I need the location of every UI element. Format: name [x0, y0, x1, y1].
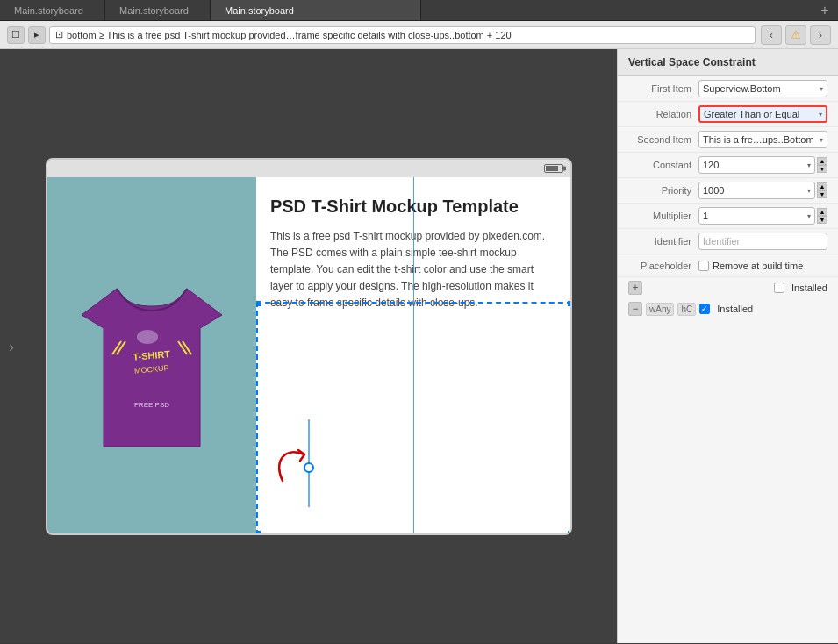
- placeholder-row-label: Placeholder: [628, 261, 698, 271]
- placeholder-checkbox[interactable]: [698, 261, 709, 271]
- first-item-chevron: ▾: [820, 85, 823, 93]
- priority-select[interactable]: 1000 ▾: [698, 182, 815, 199]
- tab-2[interactable]: Main.storyboard: [105, 0, 211, 20]
- multiplier-increment[interactable]: ▲: [817, 208, 827, 216]
- identifier-input[interactable]: Identifier: [698, 233, 827, 250]
- multiplier-label: Multiplier: [628, 211, 698, 221]
- warn-icon: ⚠: [791, 28, 801, 41]
- priority-increment[interactable]: ▲: [817, 182, 827, 190]
- second-item-row: Second Item This is a fre…ups..Bottom ▾: [618, 127, 838, 153]
- multiplier-stepper[interactable]: ▲ ▼: [817, 208, 827, 224]
- device-frame: T-SHIRT MOCKUP FREE PSD: [46, 158, 572, 535]
- placeholder-remove-label: Remove at build time: [713, 261, 803, 271]
- identifier-row: Identifier Identifier: [618, 229, 838, 254]
- relation-row: Relation Greater Than or Equal ▾: [618, 102, 838, 127]
- constant-row: Constant 120 ▾ ▲ ▼: [618, 153, 838, 178]
- remove-installed-button[interactable]: −: [628, 302, 642, 316]
- second-item-label: Second Item: [628, 134, 698, 145]
- tab-1-label: Main.storyboard: [14, 5, 83, 16]
- left-arrow-icon: ‹: [770, 28, 773, 41]
- constraint-line-vertical: [413, 177, 414, 533]
- h-c-badge: hC: [677, 303, 696, 316]
- forward-icon: ▸: [34, 29, 39, 40]
- resize-handle-bl: [256, 531, 261, 533]
- relation-select[interactable]: Greater Than or Equal ▾: [698, 105, 827, 123]
- tab-1[interactable]: Main.storyboard: [0, 0, 105, 20]
- installed-wany-row: − wAny hC Installed: [618, 298, 838, 319]
- svg-point-7: [137, 330, 158, 344]
- canvas-area: ›: [0, 49, 617, 643]
- multiplier-select[interactable]: 1 ▾: [698, 207, 815, 225]
- tab-2-label: Main.storyboard: [119, 5, 189, 16]
- priority-label: Priority: [628, 185, 698, 196]
- right-panel: Vertical Space Constraint First Item Sup…: [617, 49, 838, 643]
- first-item-row: First Item Superview.Bottom ▾: [618, 76, 838, 102]
- constant-label: Constant: [628, 160, 698, 170]
- multiplier-value: 1: [703, 211, 708, 221]
- identifier-placeholder: Identifier: [703, 236, 740, 247]
- relation-value: Greater Than or Equal: [704, 109, 799, 119]
- relation-chevron: ▾: [819, 111, 822, 118]
- installed-checkbox-2[interactable]: [699, 304, 710, 314]
- add-installed-button[interactable]: +: [628, 281, 642, 295]
- second-item-chevron: ▾: [820, 136, 823, 144]
- back-button[interactable]: ☐: [7, 26, 25, 44]
- installed-plus-row: + Installed: [618, 277, 838, 298]
- panel-header: Vertical Space Constraint: [618, 49, 838, 76]
- tab-3[interactable]: Main.storyboard: [211, 0, 421, 20]
- battery-fill: [546, 166, 558, 171]
- constant-decrement[interactable]: ▼: [817, 165, 827, 173]
- nav-next-arrow[interactable]: ›: [9, 337, 14, 355]
- installed-label-1: Installed: [791, 283, 827, 293]
- resize-handle-tl: [256, 301, 261, 306]
- breadcrumb-icon: ⊡: [55, 29, 63, 40]
- forward-button[interactable]: ▸: [28, 26, 46, 44]
- arrow-right-button[interactable]: ›: [810, 25, 831, 45]
- w-any-badge: wAny: [646, 303, 674, 316]
- resize-handle-br: [568, 531, 570, 533]
- first-item-select[interactable]: Superview.Bottom ▾: [698, 80, 827, 97]
- toolbar-right: ‹ ⚠ ›: [761, 25, 831, 45]
- content-area: T-SHIRT MOCKUP FREE PSD: [47, 177, 570, 533]
- image-panel: T-SHIRT MOCKUP FREE PSD: [47, 177, 256, 533]
- constant-increment[interactable]: ▲: [817, 157, 827, 165]
- first-item-label: First Item: [628, 83, 698, 94]
- multiplier-decrement[interactable]: ▼: [817, 216, 827, 224]
- tshirt-svg: T-SHIRT MOCKUP FREE PSD: [64, 254, 240, 455]
- right-arrow-icon: ›: [819, 28, 822, 41]
- second-item-value: This is a fre…ups..Bottom: [703, 134, 814, 145]
- tshirt-container: T-SHIRT MOCKUP FREE PSD: [57, 195, 246, 515]
- constant-chevron: ▾: [807, 161, 811, 169]
- main-layout: ›: [0, 49, 838, 643]
- arrow-left-button[interactable]: ‹: [761, 25, 782, 45]
- warn-button[interactable]: ⚠: [785, 25, 806, 45]
- status-bar: [47, 160, 570, 177]
- installed-checkbox-1[interactable]: [774, 283, 784, 293]
- constant-value: 120: [703, 160, 719, 170]
- priority-decrement[interactable]: ▼: [817, 190, 827, 198]
- breadcrumb[interactable]: ⊡ bottom ≥ This is a free psd T-shirt mo…: [49, 26, 756, 44]
- priority-row: Priority 1000 ▾ ▲ ▼: [618, 178, 838, 204]
- constant-stepper[interactable]: ▲ ▼: [817, 157, 827, 173]
- constant-select[interactable]: 120 ▾: [698, 156, 815, 174]
- breadcrumb-text: bottom ≥ This is a free psd T-shirt mock…: [67, 30, 512, 40]
- back-icon: ☐: [11, 29, 20, 40]
- multiplier-chevron: ▾: [807, 212, 811, 220]
- svg-text:FREE PSD: FREE PSD: [134, 401, 169, 409]
- priority-chevron: ▾: [807, 187, 811, 195]
- first-item-value: Superview.Bottom: [703, 83, 781, 94]
- text-panel: PSD T-Shirt Mockup Template This is a fr…: [256, 177, 570, 533]
- battery-icon: [544, 164, 563, 173]
- tab-3-label: Main.storyboard: [225, 5, 294, 16]
- relation-label: Relation: [628, 109, 698, 119]
- tab-bar: Main.storyboard Main.storyboard Main.sto…: [0, 0, 838, 21]
- tab-add-button[interactable]: +: [812, 0, 838, 21]
- battery-tip: [563, 166, 566, 170]
- installed-label-2: Installed: [717, 304, 753, 314]
- placeholder-row: Placeholder Remove at build time: [618, 254, 838, 277]
- second-item-select[interactable]: This is a fre…ups..Bottom ▾: [698, 131, 827, 148]
- toolbar-left: ☐ ▸ ⊡ bottom ≥ This is a free psd T-shir…: [7, 26, 756, 44]
- priority-value: 1000: [703, 185, 724, 196]
- priority-stepper[interactable]: ▲ ▼: [817, 182, 827, 198]
- toolbar: ☐ ▸ ⊡ bottom ≥ This is a free psd T-shir…: [0, 21, 838, 49]
